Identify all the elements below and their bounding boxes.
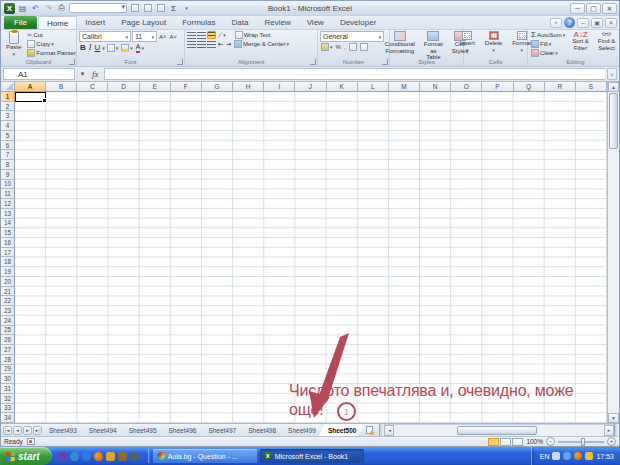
row-header[interactable]: 30 bbox=[1, 374, 15, 384]
row-header[interactable]: 24 bbox=[1, 316, 15, 326]
copy-button[interactable]: Copy▾ bbox=[26, 40, 77, 48]
column-header[interactable]: M bbox=[389, 82, 420, 92]
row-header[interactable]: 28 bbox=[1, 355, 15, 365]
align-right-icon[interactable] bbox=[207, 40, 216, 48]
quick-print-icon[interactable]: ⎙ bbox=[56, 3, 67, 14]
sheet-tab[interactable]: Sheet500 bbox=[319, 424, 364, 436]
close-button[interactable]: ✕ bbox=[602, 3, 617, 14]
next-sheet-icon[interactable]: ► bbox=[23, 426, 32, 435]
row-header[interactable]: 32 bbox=[1, 394, 15, 404]
orientation-button[interactable]: ⟋▾ bbox=[217, 31, 227, 39]
row-header[interactable]: 5 bbox=[1, 131, 15, 141]
ribbon-tab[interactable]: Insert bbox=[77, 16, 113, 29]
row-header[interactable]: 18 bbox=[1, 257, 15, 267]
paste-button[interactable]: Paste▾ bbox=[3, 31, 24, 58]
zoom-level-label[interactable]: 100% bbox=[526, 438, 543, 445]
quicklaunch-app2-icon[interactable] bbox=[118, 452, 127, 461]
horizontal-scroll-thumb[interactable] bbox=[457, 426, 537, 435]
select-all-corner[interactable] bbox=[1, 82, 15, 92]
sheet-tab[interactable]: Sheet498 bbox=[239, 424, 283, 436]
undo-icon[interactable]: ↶ bbox=[30, 3, 41, 14]
grow-font-button[interactable]: A˄ bbox=[158, 33, 168, 41]
restore-button[interactable]: ▢ bbox=[586, 3, 601, 14]
ribbon-tab[interactable]: Page Layout bbox=[113, 16, 174, 29]
column-header[interactable]: B bbox=[46, 82, 77, 92]
ribbon-tab[interactable]: Home bbox=[38, 16, 77, 29]
column-header[interactable]: F bbox=[171, 82, 202, 92]
middle-align-icon[interactable] bbox=[197, 31, 206, 39]
first-sheet-icon[interactable]: |◄ bbox=[3, 426, 12, 435]
column-header[interactable]: C bbox=[77, 82, 108, 92]
minimize-ribbon-icon[interactable]: ˄ bbox=[550, 18, 562, 28]
column-header[interactable]: G bbox=[202, 82, 233, 92]
row-header[interactable]: 16 bbox=[1, 238, 15, 248]
start-button[interactable]: start bbox=[0, 447, 52, 465]
name-box-dropdown-icon[interactable]: ▾ bbox=[77, 68, 87, 80]
row-header[interactable]: 14 bbox=[1, 219, 15, 229]
excel-logo-icon[interactable]: X bbox=[4, 3, 15, 14]
column-header[interactable]: L bbox=[358, 82, 389, 92]
top-align-icon[interactable] bbox=[187, 31, 196, 39]
column-header[interactable]: K bbox=[327, 82, 358, 92]
language-indicator[interactable]: EN bbox=[540, 453, 550, 460]
row-header[interactable]: 3 bbox=[1, 111, 15, 121]
cell-grid[interactable] bbox=[15, 92, 607, 423]
firefox-icon[interactable] bbox=[94, 452, 103, 461]
formula-input[interactable] bbox=[104, 68, 606, 80]
column-header[interactable]: S bbox=[576, 82, 607, 92]
expand-formula-bar-icon[interactable]: ˅ bbox=[607, 68, 617, 80]
ribbon-tab[interactable]: Review bbox=[256, 16, 298, 29]
alignment-dialog-launcher-icon[interactable] bbox=[310, 59, 316, 65]
percent-style-button[interactable]: % bbox=[335, 43, 342, 51]
scroll-left-icon[interactable]: ◄ bbox=[384, 425, 394, 436]
qat-autosum-icon[interactable]: Σ bbox=[168, 3, 179, 14]
ribbon-tab[interactable]: Data bbox=[224, 16, 257, 29]
zoom-slider[interactable] bbox=[558, 441, 604, 443]
ribbon-tab[interactable]: Formulas bbox=[174, 16, 223, 29]
font-color-button[interactable]: A▾ bbox=[135, 43, 145, 53]
column-header[interactable]: D bbox=[108, 82, 139, 92]
fill-color-button[interactable]: ▾ bbox=[120, 44, 134, 52]
decrease-indent-icon[interactable]: ⇤ bbox=[217, 40, 224, 48]
italic-button[interactable]: I bbox=[88, 44, 93, 52]
sheet-tab[interactable]: Sheet497 bbox=[199, 424, 243, 436]
workbook-minimize-button[interactable]: ─ bbox=[577, 18, 589, 28]
row-header[interactable]: 13 bbox=[1, 209, 15, 219]
zoom-slider-thumb[interactable] bbox=[581, 438, 585, 446]
font-size-combo[interactable]: 11▾ bbox=[132, 31, 157, 42]
firefox-tray-icon[interactable] bbox=[574, 452, 582, 460]
comma-style-button[interactable]: , bbox=[343, 43, 347, 51]
help-icon[interactable]: ? bbox=[564, 17, 575, 28]
row-header[interactable]: 34 bbox=[1, 413, 15, 423]
row-header[interactable]: 26 bbox=[1, 335, 15, 345]
column-header[interactable]: E bbox=[140, 82, 171, 92]
network-tray-icon[interactable] bbox=[563, 452, 571, 460]
clipboard-dialog-launcher-icon[interactable] bbox=[69, 59, 75, 65]
font-dialog-launcher-icon[interactable] bbox=[177, 59, 183, 65]
row-header[interactable]: 22 bbox=[1, 296, 15, 306]
selected-cell-a1[interactable] bbox=[15, 92, 46, 102]
merge-center-button[interactable]: Merge & Center▾ bbox=[233, 40, 290, 48]
increase-decimal-button[interactable] bbox=[348, 43, 358, 51]
row-header[interactable]: 25 bbox=[1, 326, 15, 336]
internet-explorer-icon[interactable] bbox=[82, 452, 91, 461]
align-center-icon[interactable] bbox=[197, 40, 206, 48]
insert-cells-button[interactable]: Insert▾ bbox=[457, 31, 478, 54]
minimize-button[interactable]: ─ bbox=[570, 3, 585, 14]
row-header[interactable]: 33 bbox=[1, 404, 15, 414]
ribbon-tab[interactable]: Developer bbox=[332, 16, 384, 29]
taskbar-window-button[interactable]: X Microsoft Excel - Book1 bbox=[260, 449, 364, 463]
save-icon[interactable]: ▤ bbox=[17, 3, 28, 14]
name-box[interactable]: A1 bbox=[3, 68, 75, 80]
column-header[interactable]: P bbox=[482, 82, 513, 92]
column-header[interactable]: Q bbox=[514, 82, 545, 92]
row-header[interactable]: 6 bbox=[1, 141, 15, 151]
row-header[interactable]: 21 bbox=[1, 287, 15, 297]
insert-function-icon[interactable]: fx bbox=[89, 69, 102, 79]
row-header[interactable]: 17 bbox=[1, 248, 15, 258]
prev-sheet-icon[interactable]: ◄ bbox=[13, 426, 22, 435]
clock[interactable]: 17:53 bbox=[596, 453, 614, 460]
display-tray-icon[interactable] bbox=[552, 452, 560, 460]
row-header[interactable]: 29 bbox=[1, 365, 15, 375]
row-header[interactable]: 8 bbox=[1, 160, 15, 170]
